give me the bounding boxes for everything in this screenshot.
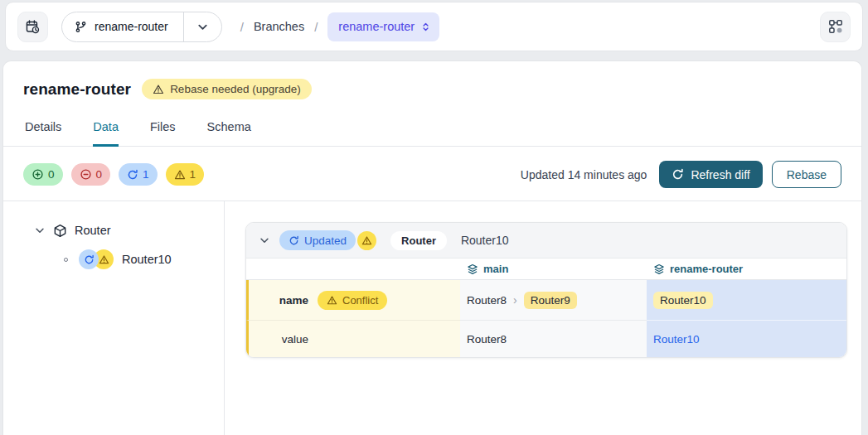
tree-node-label: Router [75,224,111,237]
branch-cell-value: Router10 [647,321,846,357]
branch-value: Router10 [653,333,700,346]
column-header-label: rename-router [670,263,743,275]
conflict-count: 1 [190,168,196,181]
column-header-label: main [483,263,508,275]
tab-schema[interactable]: Schema [207,120,251,147]
removed-count-badge: 0 [71,163,111,186]
breadcrumb-branches-link[interactable]: Branches [254,20,304,33]
warning-triangle-icon [174,169,186,181]
page-header: rename-router Rebase needed (upgrade) [3,61,861,99]
refresh-icon [127,169,138,181]
tree-node-label: Router10 [122,253,172,266]
collapse-chevron-icon[interactable] [259,234,270,246]
tree-node-router10[interactable]: Router10 [3,244,224,274]
branch-value-highlight: Router10 [653,292,713,309]
cube-icon [53,224,67,238]
circle-minus-icon [80,168,92,181]
calendar-clock-icon [25,19,41,35]
breadcrumb-current-label: rename-router [338,20,415,33]
column-header-field [246,259,460,280]
base-old-value: Router8 [467,294,507,307]
tree-node-router[interactable]: Router [3,218,224,243]
layers-icon [653,263,665,275]
column-header-branch: rename-router [647,259,846,280]
base-value: Router8 [467,333,507,346]
git-branch-icon [75,21,87,33]
column-header-main: main [460,259,647,280]
chevron-down-icon [196,21,209,33]
branch-selector-label: rename-router [95,20,168,33]
chevron-down-icon[interactable] [34,225,46,236]
refresh-diff-label: Refresh diff [691,168,749,181]
updated-status-label: Updated [304,234,347,247]
rebase-needed-badge: Rebase needed (upgrade) [142,79,312,99]
conflict-warning-badge [357,231,376,250]
branch-selector[interactable]: rename-router [61,12,222,42]
refresh-icon [289,235,299,246]
added-count: 0 [48,168,55,181]
branch-cell-name: Router10 [647,280,846,321]
tree-sidebar: Router Router10 [3,201,225,435]
top-navbar: rename-router / Branches / rename-router [5,2,863,51]
branch-selector-current[interactable]: rename-router [62,12,183,41]
breadcrumb-current-branch[interactable]: rename-router [327,12,439,41]
warning-triangle-icon [153,84,164,95]
field-name-label: name [272,294,308,307]
field-cell-value: value [246,321,460,357]
main-panel: rename-router Rebase needed (upgrade) De… [2,60,862,435]
tab-files[interactable]: Files [150,120,176,147]
layers-icon [467,263,478,275]
conflict-count-badge: 1 [166,163,205,186]
added-count-badge: 0 [23,163,63,186]
removed-count: 0 [96,168,103,181]
diff-card-header[interactable]: Updated Router Router10 [246,223,846,259]
workspace-switcher-button[interactable] [820,12,851,42]
object-type-badge: Router [390,231,447,250]
updated-mini-badge [79,249,99,269]
breadcrumb: / Branches / rename-router [240,12,439,41]
last-updated-text: Updated 14 minutes ago [521,168,647,181]
history-button[interactable] [17,12,48,42]
diff-toolbar: 0 0 1 1 Updated 14 minutes ago Re [3,147,861,201]
selector-updown-icon [420,22,431,32]
base-cell-value: Router8 [460,321,647,357]
breadcrumb-separator: / [240,20,244,34]
tab-details[interactable]: Details [25,120,61,147]
updated-count-badge: 1 [119,163,158,186]
diff-card: Updated Router Router10 [245,222,847,358]
page-title: rename-router [23,80,131,99]
warning-triangle-icon [327,295,337,306]
diff-area: Updated Router Router10 [225,201,861,435]
base-new-value: Router9 [524,292,577,309]
tab-data[interactable]: Data [93,120,119,147]
refresh-icon [672,168,684,181]
breadcrumb-separator: / [314,20,318,34]
rebase-needed-label: Rebase needed (upgrade) [170,83,301,95]
field-value-label: value [272,333,308,346]
diagram-nodes-icon [828,19,843,34]
refresh-diff-button[interactable]: Refresh diff [659,161,762,188]
conflict-badge-label: Conflict [342,294,378,307]
updated-count: 1 [143,168,149,181]
diff-table: main rename-router name [246,259,846,357]
circle-plus-icon [32,168,44,181]
diff-object-name: Router10 [461,234,509,247]
field-cell-name: name Conflict [246,280,460,321]
tab-bar: Details Data Files Schema [3,120,861,147]
base-cell-name: Router8 › Router9 [460,280,647,321]
change-arrow: › [513,293,517,307]
conflict-badge: Conflict [318,291,387,310]
updated-status-pill: Updated [279,230,356,250]
branch-selector-caret[interactable] [184,12,221,41]
tree-bullet [64,258,68,262]
rebase-button[interactable]: Rebase [772,161,841,188]
